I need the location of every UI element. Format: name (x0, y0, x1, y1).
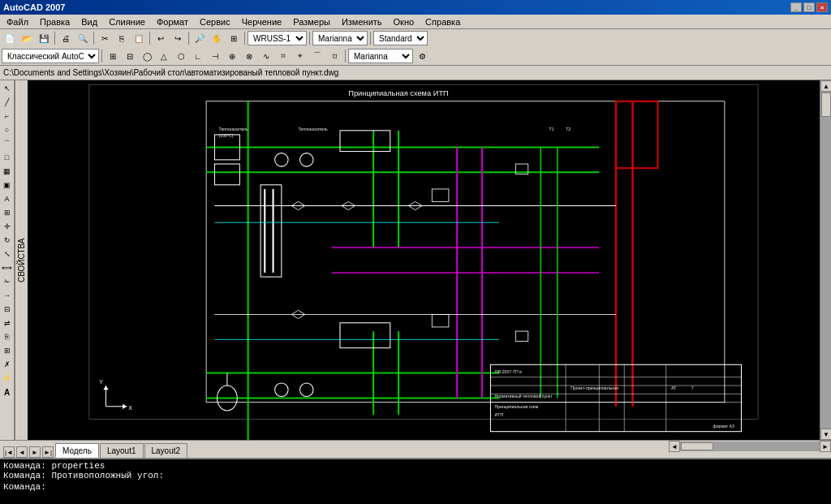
menu-modify[interactable]: Изменить (337, 15, 387, 28)
svg-text:Принципиальная схема ИТП: Принципиальная схема ИТП (348, 89, 448, 97)
erase-btn[interactable]: ✗ (1, 358, 14, 371)
menu-view[interactable]: Вид (76, 15, 102, 28)
tb2-btn2[interactable]: ⊟ (122, 49, 138, 63)
undo-btn[interactable]: ↩ (153, 31, 169, 45)
polyline-btn[interactable]: ⌐ (1, 110, 14, 123)
svg-text:Т2: Т2 (566, 127, 571, 131)
tb2-btn1[interactable]: ⊞ (105, 49, 121, 63)
hatch-btn[interactable]: ▦ (1, 165, 14, 178)
maximize-btn[interactable]: □ (803, 2, 815, 12)
h-scroll-track[interactable] (680, 442, 820, 451)
save-btn[interactable]: 💾 (36, 31, 52, 45)
paste-btn[interactable]: 📋 (131, 31, 147, 45)
copy2-btn[interactable]: ⎘ (1, 330, 14, 343)
h-scroll-thumb[interactable] (681, 442, 713, 450)
minimize-btn[interactable]: _ (790, 2, 802, 12)
open-btn[interactable]: 📂 (19, 31, 35, 45)
menu-service[interactable]: Сервис (195, 15, 235, 28)
rotate-btn[interactable]: ↻ (1, 234, 14, 247)
user-combo[interactable]: Marianna (312, 31, 368, 45)
tb2-btn10[interactable]: ∿ (258, 49, 274, 63)
line-btn[interactable]: ╱ (1, 96, 14, 109)
menu-window[interactable]: Окно (389, 15, 420, 28)
menu-help[interactable]: Справка (420, 15, 465, 28)
tb2-btn9[interactable]: ⊗ (241, 49, 257, 63)
tb2-btn3[interactable]: ◯ (139, 49, 155, 63)
zoom-extent-btn[interactable]: ⊞ (226, 31, 242, 45)
tab-nav-next[interactable]: ► (29, 446, 41, 458)
rect-btn[interactable]: □ (1, 151, 14, 164)
extend-btn[interactable]: → (1, 289, 14, 302)
tb2-btn11[interactable]: ⌗ (275, 49, 291, 63)
command-area: Команда: properties Команда: Противополо… (0, 458, 831, 504)
sep8 (101, 50, 102, 62)
circle-btn[interactable]: ○ (1, 123, 14, 136)
text2-btn[interactable]: A (1, 386, 14, 398)
tab-nav-last[interactable]: ►| (42, 446, 54, 458)
menu-dimensions[interactable]: Размеры (288, 15, 335, 28)
tab-model[interactable]: Модель (55, 443, 99, 458)
select-btn[interactable]: ↖ (1, 82, 14, 95)
tb2-btn4[interactable]: △ (156, 49, 172, 63)
toolbar-area: 📄 📂 💾 🖨 🔍 ✂ ⎘ 📋 ↩ ↪ 🔎 ✋ ⊞ WRUSS-1 Marian… (0, 29, 831, 66)
menu-merge[interactable]: Слияние (104, 15, 150, 28)
zoom-btn[interactable]: 🔎 (192, 31, 208, 45)
title-bar: AutoCAD 2007 _ □ × (0, 0, 831, 15)
tb2-btn8[interactable]: ⊕ (224, 49, 240, 63)
user2-combo[interactable]: Marianna (348, 49, 413, 63)
mirror-btn[interactable]: ⇌ (1, 317, 14, 330)
new-btn[interactable]: 📄 (2, 31, 18, 45)
preview-btn[interactable]: 🔍 (75, 31, 91, 45)
cut-btn[interactable]: ✂ (97, 31, 113, 45)
tab-layout1[interactable]: Layout1 (100, 443, 144, 458)
style-combo[interactable]: Standard (373, 31, 428, 45)
settings-btn[interactable]: ⚙ (414, 49, 430, 63)
menu-edit[interactable]: Правка (35, 15, 75, 28)
scroll-up-btn[interactable]: ▲ (820, 80, 831, 92)
stretch-btn[interactable]: ⟺ (1, 261, 14, 274)
command-prompt: Команда: (3, 482, 46, 492)
arc-btn[interactable]: ⌒ (1, 137, 14, 150)
workspace-combo[interactable]: Классический AutoCAD (2, 49, 99, 63)
pan-btn[interactable]: ✋ (209, 31, 225, 45)
h-scroll-left-btn[interactable]: ◄ (669, 441, 680, 452)
filepath-text: C:\Documents and Settings\Хозяин\Рабочий… (3, 68, 338, 77)
tab-scrollbar-area: |◄ ◄ ► ►| Модель Layout1 Layout2 ◄ ► (0, 440, 831, 458)
region-btn[interactable]: ▣ (1, 179, 14, 192)
menu-format[interactable]: Формат (152, 15, 193, 28)
redo-btn[interactable]: ↪ (170, 31, 186, 45)
command-input[interactable] (48, 482, 828, 492)
move-btn[interactable]: ✛ (1, 220, 14, 233)
trim-btn[interactable]: ✁ (1, 275, 14, 288)
svg-text:Принципиальная схем: Принципиальная схем (495, 404, 539, 409)
tb2-btn13[interactable]: ⌒ (309, 49, 325, 63)
menu-file[interactable]: Файл (2, 15, 33, 28)
scroll-track[interactable] (820, 92, 831, 429)
tab-nav-prev[interactable]: ◄ (16, 446, 28, 458)
offset-btn[interactable]: ⊟ (1, 303, 14, 316)
menu-draw[interactable]: Черчение (237, 15, 287, 28)
tb2-btn12[interactable]: ⌖ (292, 49, 308, 63)
toolbar2: Классический AutoCAD ⊞ ⊟ ◯ △ ⬡ ∟ ⊣ ⊕ ⊗ ∿… (0, 47, 831, 65)
h-scroll-right-btn[interactable]: ► (820, 441, 831, 452)
drawing-area[interactable]: Принципиальная схема ИТП (28, 80, 820, 440)
scale-btn[interactable]: ⤡ (1, 248, 14, 261)
tb2-btn14[interactable]: ⌑ (326, 49, 342, 63)
tb2-btn6[interactable]: ∟ (190, 49, 206, 63)
print-btn[interactable]: 🖨 (58, 31, 74, 45)
scroll-thumb[interactable] (821, 93, 831, 117)
explode-btn[interactable]: ⚡ (1, 372, 14, 385)
wruss-combo[interactable]: WRUSS-1 (248, 31, 307, 45)
tb2-btn5[interactable]: ⬡ (173, 49, 189, 63)
close-btn[interactable]: × (816, 2, 828, 12)
tab-nav-first[interactable]: |◄ (3, 446, 15, 458)
tab-layout2[interactable]: Layout2 (144, 443, 188, 458)
scroll-down-btn[interactable]: ▼ (820, 429, 831, 440)
array-btn[interactable]: ⊞ (1, 344, 14, 357)
insert-btn[interactable]: ⊞ (1, 206, 14, 219)
sep4 (188, 32, 189, 45)
properties-panel[interactable]: СВОЙСТВА (15, 80, 28, 440)
copy-btn[interactable]: ⎘ (114, 31, 130, 45)
tb2-btn7[interactable]: ⊣ (207, 49, 223, 63)
text-btn[interactable]: A (1, 192, 14, 205)
